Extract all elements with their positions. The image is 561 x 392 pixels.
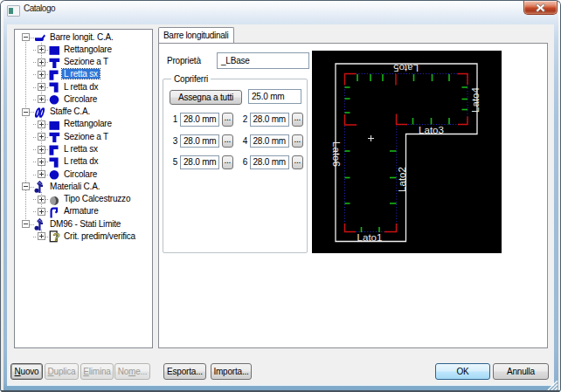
svg-text:Lato6: Lato6: [331, 141, 342, 167]
svg-text:Lato5: Lato5: [393, 63, 419, 73]
svg-text:Lato3: Lato3: [419, 125, 444, 135]
svg-text:Lato4: Lato4: [470, 87, 481, 113]
svg-text:Lato2: Lato2: [397, 167, 407, 192]
svg-text:Lato1: Lato1: [357, 232, 383, 243]
svg-text:?: ?: [53, 230, 60, 243]
